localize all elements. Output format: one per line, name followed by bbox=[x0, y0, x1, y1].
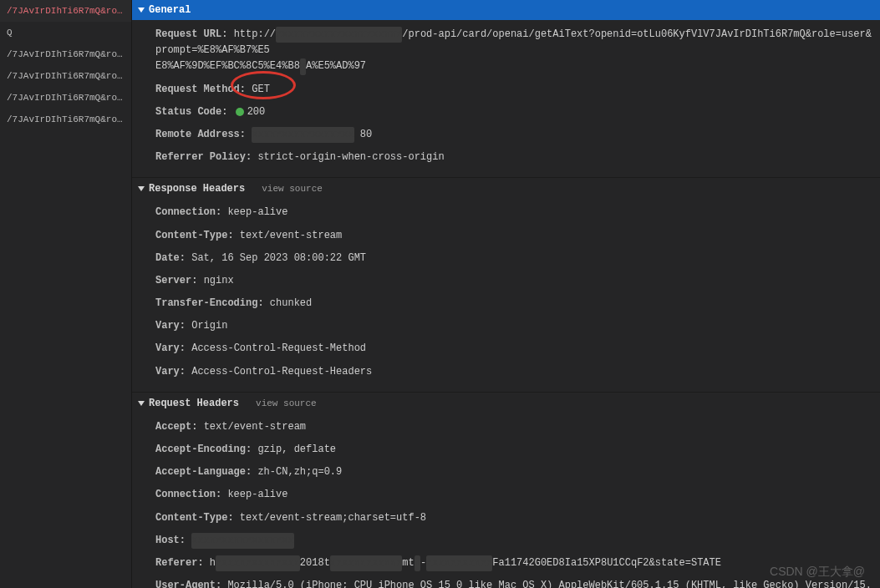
redacted-segment: x bbox=[415, 555, 420, 571]
redacted-segment: xxxxxxxxxxxxxxxxx bbox=[191, 533, 293, 549]
status-dot-icon bbox=[236, 108, 244, 116]
field-value: Fa11742G0ED8Ia15XP8U1CCqF2&state=STATE bbox=[492, 557, 721, 569]
header-row: Server: nginx bbox=[132, 270, 880, 292]
field-label: Accept-Encoding: bbox=[155, 444, 252, 455]
field-label: Accept: bbox=[155, 421, 197, 433]
field-label: Vary: bbox=[155, 342, 186, 354]
field-value: Origin bbox=[191, 320, 227, 332]
field-value: GET bbox=[252, 84, 270, 95]
redacted-segment: xxxxxxxxxxxx bbox=[330, 555, 402, 571]
field-label: Server: bbox=[155, 275, 197, 286]
field-label: Accept-Language: bbox=[155, 466, 252, 478]
sidebar-item[interactable]: /7JAvIrDIhTi6R7mQ&role… bbox=[0, 87, 131, 109]
request-method-row: Request Method: GET bbox=[132, 79, 880, 101]
header-row: Vary: Origin bbox=[132, 315, 880, 337]
sidebar-item[interactable]: /7JAvIrDIhTi6R7mQ&role… bbox=[0, 0, 131, 22]
redacted-segment: xxxxxxxxxxxxxx bbox=[216, 555, 300, 571]
section-response-headers-header[interactable]: Response Headers view source bbox=[132, 180, 880, 198]
section-request-headers-header[interactable]: Request Headers view source bbox=[132, 394, 880, 413]
remote-address-row: Remote Address: xxxxxxxxxxxxxxxxx 80 bbox=[132, 124, 880, 146]
field-label: User-Agent: bbox=[155, 580, 221, 588]
section-title: Request Headers bbox=[149, 398, 239, 409]
view-source-link[interactable]: view source bbox=[262, 184, 323, 194]
header-row: Vary: Access-Control-Request-Headers bbox=[132, 361, 880, 383]
field-value: 80 bbox=[360, 129, 372, 140]
header-row: Connection: keep-alive bbox=[132, 484, 880, 506]
field-value: nginx bbox=[204, 275, 234, 286]
redacted-segment: x bbox=[300, 58, 306, 74]
field-value: Sat, 16 Sep 2023 08:00:22 GMT bbox=[191, 252, 366, 264]
redacted-segment: xxxxxxxxxxxxxxxxxxxxx bbox=[276, 27, 402, 43]
header-row: Connection: keep-alive bbox=[132, 201, 880, 224]
field-value: Access-Control-Request-Headers bbox=[191, 366, 372, 378]
field-label: Date: bbox=[155, 252, 186, 264]
section-title: Response Headers bbox=[149, 183, 245, 195]
field-value: keep-alive bbox=[227, 206, 287, 218]
field-label: Connection: bbox=[155, 489, 221, 500]
field-value: Access-Control-Request-Method bbox=[191, 342, 366, 354]
header-row: Content-Type: text/event-stream;charset=… bbox=[132, 507, 880, 530]
view-source-link[interactable]: view source bbox=[256, 398, 317, 408]
sidebar-item[interactable]: /7JAvIrDIhTi6R7mQ&role… bbox=[0, 43, 131, 65]
value-text: http:// bbox=[234, 28, 276, 40]
section-general-body: Request URL: http://xxxxxxxxxxxxxxxxxxxx… bbox=[132, 20, 880, 175]
header-row: Host: xxxxxxxxxxxxxxxxx bbox=[132, 530, 880, 552]
field-label: Status Code: bbox=[155, 106, 227, 118]
chevron-down-icon bbox=[138, 401, 145, 406]
request-url-row: Request URL: http://xxxxxxxxxxxxxxxxxxxx… bbox=[132, 23, 880, 79]
field-value: zh-CN,zh;q=0.9 bbox=[257, 466, 342, 478]
sidebar-item[interactable]: Q bbox=[0, 22, 131, 43]
field-label: Host: bbox=[155, 535, 186, 546]
section-title: General bbox=[149, 4, 191, 16]
header-row: Date: Sat, 16 Sep 2023 08:00:22 GMT bbox=[132, 247, 880, 270]
section-request-headers-body: Accept: text/event-stream Accept-Encodin… bbox=[132, 413, 880, 588]
field-label: Referer: bbox=[155, 557, 204, 569]
value-text: A%E5%AD%97 bbox=[306, 60, 366, 72]
redacted-segment: xxxxxxxxxxx bbox=[426, 555, 492, 571]
field-label: Referrer Policy: bbox=[155, 151, 252, 163]
referrer-policy-row: Referrer Policy: strict-origin-when-cros… bbox=[132, 146, 880, 169]
field-value: gzip, deflate bbox=[257, 444, 336, 455]
field-value: Mozilla/5.0 (iPhone; CPU iPhone OS 15_0 … bbox=[155, 580, 872, 588]
field-label: Request Method: bbox=[155, 84, 246, 95]
field-value: text/event-stream bbox=[240, 230, 342, 241]
header-row: Referer: hxxxxxxxxxxxxxx2018txxxxxxxxxxx… bbox=[132, 552, 880, 575]
field-label: Vary: bbox=[155, 320, 186, 332]
request-list-sidebar: /7JAvIrDIhTi6R7mQ&role… Q /7JAvIrDIhTi6R… bbox=[0, 0, 132, 588]
field-label: Request URL: bbox=[155, 28, 227, 40]
header-row: User-Agent: Mozilla/5.0 (iPhone; CPU iPh… bbox=[132, 575, 880, 588]
section-response-headers-body: Connection: keep-alive Content-Type: tex… bbox=[132, 198, 880, 390]
field-label: Transfer-Encoding: bbox=[155, 297, 264, 309]
value-text: E8%AF%9D%EF%BC%8C5%E4%B8 bbox=[155, 60, 300, 72]
section-general-header[interactable]: General bbox=[132, 0, 880, 20]
chevron-down-icon bbox=[138, 186, 145, 191]
sidebar-item[interactable]: /7JAvIrDIhTi6R7mQ&role… bbox=[0, 65, 131, 87]
field-label: Remote Address: bbox=[155, 129, 246, 140]
header-row: Accept-Language: zh-CN,zh;q=0.9 bbox=[132, 461, 880, 484]
field-label: Content-Type: bbox=[155, 512, 234, 524]
status-code-row: Status Code: 200 bbox=[132, 101, 880, 124]
field-label: Vary: bbox=[155, 366, 186, 378]
field-value: keep-alive bbox=[227, 489, 287, 500]
field-value: text/event-stream bbox=[204, 421, 306, 433]
sidebar-item[interactable]: /7JAvIrDIhTi6R7mQ&role… bbox=[0, 109, 131, 130]
header-row: Content-Type: text/event-stream bbox=[132, 225, 880, 247]
field-label: Content-Type: bbox=[155, 230, 234, 241]
redacted-segment: xxxxxxxxxxxxxxxxx bbox=[252, 127, 354, 143]
headers-panel: General Request URL: http://xxxxxxxxxxxx… bbox=[132, 0, 880, 588]
field-value: chunked bbox=[270, 297, 312, 309]
chevron-down-icon bbox=[138, 8, 145, 13]
header-row: Accept: text/event-stream bbox=[132, 416, 880, 438]
header-row: Vary: Access-Control-Request-Method bbox=[132, 337, 880, 360]
field-label: Connection: bbox=[155, 206, 221, 218]
header-row: Transfer-Encoding: chunked bbox=[132, 292, 880, 315]
header-row: Accept-Encoding: gzip, deflate bbox=[132, 438, 880, 461]
field-value: text/event-stream;charset=utf-8 bbox=[240, 512, 426, 524]
field-value: strict-origin-when-cross-origin bbox=[257, 151, 444, 163]
field-value: 200 bbox=[247, 106, 266, 118]
